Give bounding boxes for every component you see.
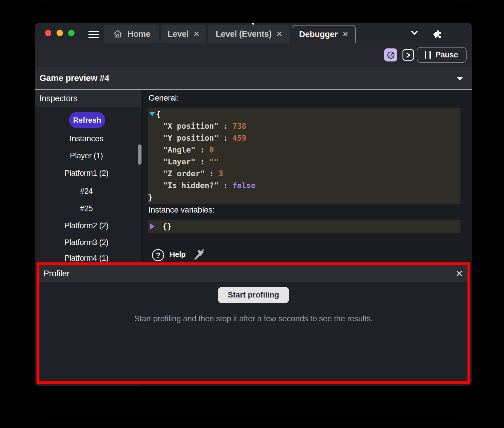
profiler-panel: Profiler ✕ Start profiling Start profili…	[37, 262, 470, 384]
json-property-row: "X position" : 738	[148, 120, 461, 132]
collapse-expander-icon[interactable]	[149, 112, 155, 116]
tab-level-events-close-icon[interactable]: ✕	[276, 30, 282, 39]
profiler-close-icon[interactable]: ✕	[456, 265, 463, 282]
tab-level-events-label: Level (Events)	[216, 29, 271, 39]
console-button[interactable]	[403, 49, 414, 61]
game-preview-title: Game preview #4	[39, 67, 109, 89]
profiler-hint-text: Start profiling and then stop it after a…	[39, 314, 467, 323]
inspectors-title: Inspectors	[39, 90, 77, 107]
tab-home-label: Home	[127, 29, 150, 39]
json-value: 459	[232, 133, 246, 142]
instance-variables-label: Instance variables:	[148, 205, 215, 215]
json-close-brace: }	[148, 191, 461, 203]
maximize-window-button[interactable]	[68, 30, 75, 36]
sidebar-item-instance-25[interactable]: #25	[35, 203, 138, 214]
chevron-down-icon[interactable]	[409, 28, 419, 37]
debugger-toolbar: Pause	[35, 43, 472, 67]
general-section-label: General:	[148, 93, 179, 103]
collapse-caret-icon[interactable]	[456, 76, 464, 81]
minimize-window-button[interactable]	[57, 30, 63, 36]
sidebar-item-platform3[interactable]: Platform3 (2)	[35, 237, 138, 248]
json-open-brace: {	[148, 108, 461, 120]
sidebar-item-platform1[interactable]: Platform1 (2)	[35, 167, 138, 179]
home-icon	[113, 29, 123, 39]
sidebar-section-instances: Instances	[35, 133, 138, 144]
json-value: ""	[209, 157, 219, 166]
sidebar-scrollbar-thumb[interactable]	[138, 144, 142, 165]
tab-debugger[interactable]: Debugger ✕	[292, 25, 356, 43]
sidebar-item-platform2[interactable]: Platform2 (2)	[35, 220, 138, 231]
json-value: 3	[219, 169, 223, 178]
pause-button-label: Pause	[435, 50, 458, 59]
app-window: Home Level ✕ Level (Events) ✕ Debugger ✕	[35, 23, 472, 386]
instance-variables-json-tree: {}	[148, 220, 461, 233]
tab-level[interactable]: Level ✕	[161, 25, 206, 43]
help-link[interactable]: Help	[170, 250, 186, 259]
json-property-row: "Z order" : 3	[148, 168, 461, 179]
json-value: 738	[232, 121, 246, 130]
tab-level-events[interactable]: Level (Events) ✕	[208, 25, 290, 43]
unpin-icon[interactable]	[192, 248, 206, 262]
console-chevron-icon	[405, 52, 411, 59]
tab-level-label: Level	[168, 29, 189, 39]
json-value: false	[232, 181, 255, 190]
tab-level-close-icon[interactable]: ✕	[193, 30, 200, 39]
json-property-row: "Angle" : 0	[148, 144, 461, 156]
expand-expander-icon[interactable]	[150, 224, 155, 229]
json-property-row: "Y position" : 459	[148, 132, 461, 144]
tab-home[interactable]: Home	[104, 25, 159, 43]
general-json-tree: { "X position" : 738 "Y position" : 459 …	[148, 108, 461, 204]
json-property-row: "Layer" : ""	[148, 156, 461, 168]
help-icon[interactable]: ?	[152, 249, 164, 261]
inspectors-header: Inspectors	[35, 90, 142, 107]
speedometer-icon	[387, 51, 395, 59]
json-property-row: "Is hidden?" : false	[148, 179, 461, 191]
tab-debugger-close-icon[interactable]: ✕	[342, 30, 349, 39]
profiler-header: Profiler ✕	[39, 265, 467, 282]
menu-icon[interactable]	[88, 31, 99, 38]
title-bar: Home Level ✕ Level (Events) ✕ Debugger ✕	[35, 23, 472, 43]
close-window-button[interactable]	[45, 30, 51, 36]
start-profiling-button[interactable]: Start profiling	[218, 287, 289, 303]
profiler-title: Profiler	[43, 265, 69, 282]
pause-icon	[425, 51, 431, 59]
game-preview-header[interactable]: Game preview #4	[35, 67, 472, 90]
profiler-toggle-button[interactable]	[384, 48, 397, 61]
sidebar-item-platform4[interactable]: Platform4 (1)	[35, 252, 138, 264]
refresh-button[interactable]: Refresh	[69, 112, 105, 128]
sidebar-item-instance-24[interactable]: #24	[35, 185, 138, 197]
json-value: 0	[209, 145, 214, 154]
extensions-puzzle-icon[interactable]	[433, 28, 443, 38]
tree-guide-line	[152, 122, 152, 196]
pause-button[interactable]: Pause	[417, 47, 467, 63]
tab-debugger-label: Debugger	[299, 30, 338, 39]
sidebar-item-player[interactable]: Player (1)	[35, 150, 138, 162]
variables-empty-object: {}	[148, 220, 461, 233]
